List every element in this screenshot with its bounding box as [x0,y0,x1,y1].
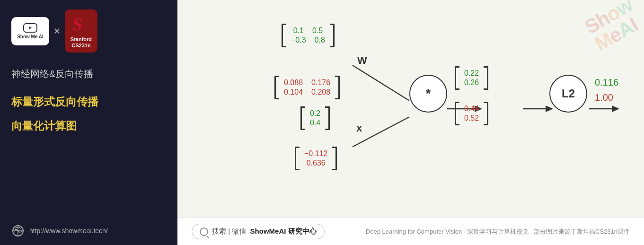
diagram-area: Show MeAI [177,0,644,218]
l2-node: L2 [549,75,587,113]
showmeai-logo: Show Me AI [11,17,49,45]
sidebar-url: http://www.showmeai.tech/ [11,224,166,237]
w-top-r2c1: −0.3 [291,36,306,44]
x-top-r1: 0.2 [310,109,320,118]
x-top-r2: 0.4 [310,119,320,127]
search-text: 搜索 | 微信 ShowMeAI 研究中心 [212,227,317,236]
stanford-s: S [71,13,92,36]
x-bot-r1: −0.112 [304,149,327,158]
search-box[interactable]: 搜索 | 微信 ShowMeAI 研究中心 [192,224,325,239]
sidebar-logo-area: Show Me AI × S StanfordCS231n [11,9,166,52]
url-icon [11,224,25,237]
w-label: W [357,54,367,67]
footer-text: Deep Learning for Computer Vision · 深度学习… [366,228,630,236]
w-matrix-bottom: 0.088 0.176 0.104 0.208 [274,76,340,99]
output-top: 0.116 [595,75,618,90]
stanford-label: StanfordCS231n [71,36,92,49]
w-top-r1c2: 0.5 [312,26,323,35]
mid-bot-r1: 0.44 [464,105,479,113]
x-matrix-bottom: −0.112 0.636 [295,147,337,170]
w-matrix-top: 0.1 0.5 −0.3 0.8 [282,24,335,47]
svg-line-4 [353,65,409,101]
output-bottom: 1.00 [595,90,618,105]
x-bot-r2: 0.636 [307,159,326,167]
search-icon [200,228,208,236]
x-matrix-top: 0.2 0.4 [300,106,330,130]
w-bot-r2c2: 0.208 [311,88,330,96]
w-bot-r1c2: 0.176 [311,79,330,87]
sidebar-subtitle: 神经网络&反向传播 [11,67,166,81]
bottom-bar: 搜索 | 微信 ShowMeAI 研究中心 Deep Learning for … [177,218,644,245]
w-bot-r2c1: 0.104 [284,88,303,96]
stanford-badge: S StanfordCS231n [65,9,97,52]
logo-text: Show Me AI [17,35,44,39]
output-values: 0.116 1.00 [595,75,618,105]
sidebar-title-main: 标量形式反向传播 [11,94,166,109]
logo-icon [23,23,37,33]
mid-bot-r2: 0.52 [464,114,479,122]
w-top-r2c2: 0.8 [315,36,325,44]
multiply-sign: × [54,25,60,37]
svg-text:S: S [72,14,82,34]
mid-top-r2: 0.26 [464,79,479,87]
w-top-r1c1: 0.1 [293,26,304,35]
sidebar-url-text: http://www.showmeai.tech/ [29,227,108,235]
sidebar: Show Me AI × S StanfordCS231n 神经网络&反向传播 … [0,0,177,245]
watermark: Show MeAI [582,0,644,54]
main-content: Show MeAI [177,0,644,245]
sidebar-title-sub: 向量化计算图 [11,118,166,133]
mid-matrix-bottom: 0.44 0.52 [455,102,488,125]
mid-matrix-top: 0.22 0.26 [455,66,488,90]
mid-top-r1: 0.22 [464,69,479,78]
multiply-node: * [409,75,447,113]
x-label: x [356,122,362,134]
w-bot-r1c1: 0.088 [284,79,303,87]
